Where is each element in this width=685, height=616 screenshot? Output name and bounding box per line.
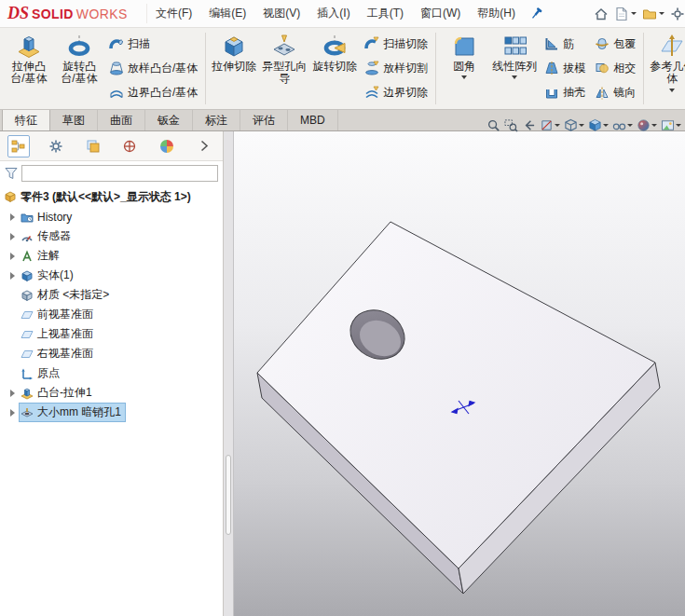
new-document-button[interactable] <box>613 5 637 23</box>
tree-item-annotations[interactable]: 注解 <box>0 246 223 266</box>
display-style-button[interactable] <box>587 117 610 133</box>
dropdown-caret-icon[interactable] <box>631 12 637 15</box>
pin-menu-button[interactable] <box>527 5 546 23</box>
configuration-manager-tab[interactable] <box>82 135 104 157</box>
graphics-viewport[interactable] <box>234 131 685 616</box>
edit-appearance-button[interactable] <box>636 117 658 133</box>
tab-mbd[interactable]: MBD <box>288 110 338 130</box>
rib-icon <box>544 36 559 51</box>
revolve-cut-button[interactable]: 旋转切除 <box>309 30 360 107</box>
display-style-icon <box>588 118 602 132</box>
revolve-boss-button[interactable]: 旋转凸台/基体 <box>54 30 104 107</box>
boundary-boss-button[interactable]: 边界凸台/基体 <box>105 83 201 103</box>
menu-tools[interactable]: 工具(T) <box>359 0 412 27</box>
wrap-button[interactable]: 包覆 <box>591 34 639 54</box>
window-quick-icons <box>593 5 685 23</box>
tree-item-solid-bodies[interactable]: 实体(1) <box>0 266 223 285</box>
tree-item-sensors[interactable]: 传感器 <box>0 226 223 246</box>
tab-evaluate[interactable]: 评估 <box>240 110 288 130</box>
intersect-button[interactable]: 相交 <box>591 59 639 78</box>
open-document-button[interactable] <box>641 5 665 23</box>
dropdown-caret-icon[interactable] <box>603 124 609 127</box>
section-view-button[interactable] <box>539 117 561 133</box>
panel-splitter[interactable] <box>224 131 234 616</box>
display-manager-tab[interactable] <box>156 135 178 157</box>
menu-view[interactable]: 视图(V) <box>254 0 308 27</box>
dropdown-caret-icon[interactable] <box>555 124 560 127</box>
menu-window[interactable]: 窗口(W) <box>412 0 469 27</box>
tree-root-part[interactable]: 零件3 (默认<<默认>_显示状态 1>) <box>0 186 223 207</box>
tab-sheet-metal[interactable]: 钣金 <box>145 110 193 130</box>
expand-arrow-icon[interactable] <box>7 387 20 399</box>
panel-expand-button[interactable] <box>193 135 215 157</box>
button-label: 边界凸台/基体 <box>128 85 198 101</box>
dropdown-caret-icon[interactable] <box>659 12 664 15</box>
home-button[interactable] <box>593 5 610 23</box>
tab-features[interactable]: 特征 <box>2 110 50 130</box>
zoom-fit-button[interactable] <box>486 117 501 133</box>
tree-item-top-plane[interactable]: 上视基准面 <box>0 324 223 344</box>
expand-arrow-icon[interactable] <box>7 269 20 281</box>
reference-geometry-button[interactable]: 参考几何体 <box>647 30 685 107</box>
hole-wizard-button[interactable]: 异型孔向导 <box>259 30 309 107</box>
swept-boss-button[interactable]: 扫描 <box>105 34 201 54</box>
tree-item-label: 注解 <box>37 248 60 264</box>
appearance-ball-icon <box>637 118 651 132</box>
extrude-boss-button[interactable]: 拉伸凸台/基体 <box>4 30 54 107</box>
expand-arrow-icon[interactable] <box>7 211 20 223</box>
dropdown-caret-icon[interactable] <box>669 89 675 92</box>
dropdown-caret-icon[interactable] <box>651 124 657 127</box>
feature-manager-tab[interactable] <box>7 135 30 157</box>
tree-item-origin[interactable]: 原点 <box>0 363 223 383</box>
expand-arrow-icon[interactable] <box>7 230 20 242</box>
apply-scene-button[interactable] <box>660 117 682 133</box>
lofted-cut-button[interactable]: 放样切割 <box>361 59 432 78</box>
extrude-boss-icon <box>17 34 41 58</box>
dropdown-caret-icon[interactable] <box>676 124 681 127</box>
tab-sketch[interactable]: 草图 <box>50 110 98 130</box>
view-orientation-button[interactable] <box>563 117 585 133</box>
tab-markup[interactable]: 标注 <box>193 110 240 130</box>
menu-insert[interactable]: 插入(I) <box>308 0 358 27</box>
linear-pattern-button[interactable]: 线性阵列 <box>489 30 540 107</box>
dropdown-caret-icon[interactable] <box>627 124 633 127</box>
fillet-button[interactable]: 圆角 <box>439 30 489 107</box>
zoom-area-button[interactable] <box>503 117 519 133</box>
button-label: 筋 <box>563 36 574 52</box>
dropdown-caret-icon[interactable] <box>461 75 467 79</box>
tree-item-history[interactable]: History <box>0 207 223 226</box>
mirror-button[interactable]: 镜向 <box>591 83 639 103</box>
shell-button[interactable]: 抽壳 <box>541 83 589 103</box>
lofted-boss-button[interactable]: 放样凸台/基体 <box>105 59 201 78</box>
extrude-cut-icon <box>222 34 246 58</box>
boundary-cut-button[interactable]: 边界切除 <box>361 83 432 103</box>
tree-item-boss-extrude1[interactable]: 凸台-拉伸1 <box>0 383 223 403</box>
dropdown-caret-icon[interactable] <box>579 124 584 127</box>
part-model-plate-with-hole[interactable] <box>234 131 685 616</box>
rib-button[interactable]: 筋 <box>541 34 589 54</box>
brand-text-solid: SOLID <box>32 7 74 21</box>
swept-cut-icon <box>364 36 379 51</box>
menu-help[interactable]: 帮助(H) <box>469 0 524 27</box>
hide-show-items-button[interactable] <box>611 117 634 133</box>
menu-edit[interactable]: 编辑(E) <box>200 0 254 27</box>
splitter-handle[interactable] <box>226 455 231 535</box>
options-button[interactable] <box>669 5 685 23</box>
tree-item-right-plane[interactable]: 右视基准面 <box>0 344 223 363</box>
dimxpert-manager-tab[interactable] <box>118 135 141 157</box>
expand-arrow-icon[interactable] <box>7 406 20 418</box>
property-manager-tab[interactable] <box>45 135 67 157</box>
tree-item-dowel-hole1[interactable]: 大小mm 暗销孔1 <box>0 403 223 422</box>
menu-file[interactable]: 文件(F) <box>147 0 200 27</box>
swept-cut-button[interactable]: 扫描切除 <box>361 34 432 54</box>
tree-item-front-plane[interactable]: 前视基准面 <box>0 305 223 324</box>
tree-filter-input[interactable] <box>21 165 218 182</box>
tab-surfaces[interactable]: 曲面 <box>98 110 145 130</box>
extrude-cut-button[interactable]: 拉伸切除 <box>209 30 259 107</box>
dropdown-caret-icon[interactable] <box>512 75 517 79</box>
previous-view-button[interactable] <box>521 117 537 133</box>
button-label: 参考几何体 <box>649 61 685 86</box>
tree-item-material[interactable]: 材质 <未指定> <box>0 285 223 305</box>
expand-arrow-icon[interactable] <box>7 250 20 262</box>
draft-button[interactable]: 拔模 <box>541 59 589 78</box>
